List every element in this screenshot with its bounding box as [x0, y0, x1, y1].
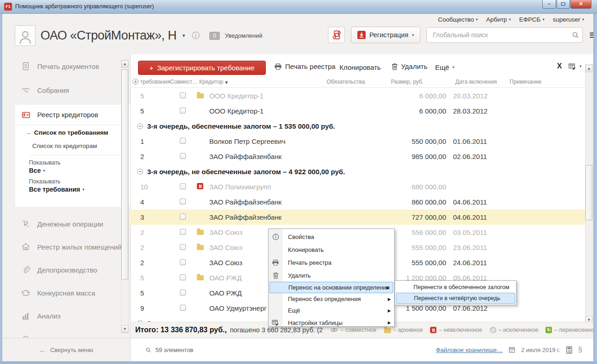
- context-menu-item-delete[interactable]: Удалить: [269, 269, 394, 282]
- sidebar-item-bankruptcy-estate[interactable]: Конкурсная масса: [2, 281, 130, 304]
- column-date[interactable]: Дата включения: [455, 79, 497, 85]
- clone-button[interactable]: Клонировать: [339, 63, 381, 71]
- joint-checkbox[interactable]: [180, 274, 186, 280]
- joint-checkbox[interactable]: [180, 214, 186, 220]
- joint-checkbox[interactable]: [180, 138, 186, 144]
- sidebar-subitem-list-by-creditors[interactable]: Список по кредиторам: [15, 140, 130, 152]
- menu-arbitr[interactable]: Арбитр▾: [486, 16, 511, 23]
- menu-user[interactable]: superuser▾: [553, 16, 584, 23]
- sidebar-item-money-operations[interactable]: Денежные операции: [2, 212, 130, 235]
- registration-button[interactable]: Регистрация ▾: [351, 27, 420, 43]
- joint-checkbox[interactable]: [180, 259, 186, 265]
- joint-checkbox[interactable]: [180, 290, 186, 296]
- delete-button[interactable]: Удалить: [391, 63, 427, 70]
- sidebar-subitem-list-by-claims[interactable]: → Список по требованиям: [15, 127, 130, 138]
- joint-checkbox[interactable]: [180, 183, 186, 189]
- sidebar-item-records-management[interactable]: Делопроизводство: [2, 258, 130, 281]
- global-search-input[interactable]: [426, 27, 583, 43]
- table-row[interactable]: 1 Волков Петр Сергеевич 550 000,00 01.06…: [130, 134, 585, 149]
- company-avatar[interactable]: [15, 25, 35, 46]
- context-menu-item-more[interactable]: Ещё ▶: [269, 305, 394, 316]
- not-included-icon: [430, 327, 436, 333]
- joint-checkbox[interactable]: [180, 199, 186, 205]
- context-menu-item-properties[interactable]: Свойства: [269, 230, 394, 243]
- table-row[interactable]: 5 ООО Кредитор-1 6 000,00 20.03.2012: [130, 88, 585, 103]
- section-sign-icon[interactable]: §: [578, 346, 582, 354]
- table-row[interactable]: 4 ЗАО Райффайзенбанк 860 000,00 04.06.20…: [130, 194, 585, 210]
- company-name[interactable]: ОАО «СтройМонтаж», Н: [40, 28, 177, 43]
- table-row[interactable]: 5 ООО Кредитор-1 6 000,00 28.03.2012: [130, 103, 585, 119]
- joint-checkbox[interactable]: [180, 305, 186, 311]
- submenu-item-transfer-secured[interactable]: Перенести в обеспеченное залогом: [395, 282, 516, 293]
- sync-button[interactable]: [328, 27, 345, 43]
- context-menu-item-print-registry[interactable]: Печать реестра: [269, 256, 394, 269]
- sidebar-item-housing-registry[interactable]: Реестр жилых помещений: [2, 235, 130, 258]
- date-cell: 03.05.2011: [446, 228, 585, 236]
- context-menu-item-transfer-by-ruling[interactable]: Перенос на основании определения ▶: [270, 282, 393, 293]
- collapse-menu-button[interactable]: ← Свернуть меню: [2, 338, 130, 361]
- menu-efrsb[interactable]: ЕФРСБ▾: [519, 16, 545, 23]
- notifications-label[interactable]: Уведомлений: [225, 32, 263, 39]
- table-row[interactable]: 2 ЗАО Райффайзенбанк 985 000,00 02.06.20…: [130, 149, 585, 164]
- column-note[interactable]: Примечание: [510, 79, 541, 85]
- table-settings-button[interactable]: ▾: [568, 63, 581, 70]
- scroll-up-button[interactable]: ▲: [121, 60, 128, 68]
- scrollbar-thumb[interactable]: [586, 165, 592, 220]
- expand-all-icon[interactable]: [132, 79, 138, 85]
- column-creditor[interactable]: Кредитор▼: [199, 79, 228, 85]
- joint-checkbox[interactable]: [180, 244, 186, 250]
- joint-checkbox[interactable]: [180, 108, 186, 114]
- sidebar-item-creditors-registry[interactable]: Реестр кредиторов: [15, 105, 130, 125]
- more-button[interactable]: Ещё ▾: [435, 63, 454, 71]
- collapse-group-icon[interactable]: [137, 123, 143, 129]
- file-storage-link[interactable]: Файловое хранилище…: [436, 347, 503, 353]
- excel-export-icon[interactable]: X: [557, 62, 562, 70]
- menu-community[interactable]: Сообщество▾: [438, 16, 478, 23]
- submenu-arrow-icon: ▶: [388, 297, 391, 301]
- claims-count-cell: 9: [130, 304, 176, 312]
- context-menu-item-table-settings[interactable]: Настройки таблицы ▶: [269, 316, 394, 329]
- sidebar-item-print-documents[interactable]: Печать документов: [2, 54, 130, 78]
- column-claims[interactable]: требования: [140, 79, 170, 85]
- column-obligations[interactable]: Обязательства: [327, 79, 365, 85]
- print-registry-button[interactable]: Печать реестра: [274, 63, 335, 70]
- table-row[interactable]: 10 ЗАО Полихимгрупп 680 000,00: [130, 179, 585, 194]
- collapse-group-icon[interactable]: [137, 169, 143, 175]
- context-menu-item-transfer-without-ruling[interactable]: Перенос без определения ▶: [269, 293, 394, 305]
- joint-checkbox[interactable]: [180, 229, 186, 235]
- filter-value-all-claims[interactable]: Все требования▾: [29, 186, 130, 193]
- context-menu-item-clone[interactable]: Клонировать: [269, 243, 394, 256]
- creditor-name: ЗАО Полихимгрупп: [208, 183, 367, 191]
- filter-value-all[interactable]: Все▾: [29, 167, 130, 174]
- register-claim-button[interactable]: + Зарегистрировать требование: [138, 61, 266, 75]
- scroll-down-button[interactable]: ▼: [121, 325, 128, 333]
- column-amount[interactable]: Размер, руб.: [391, 79, 424, 85]
- joint-checkbox[interactable]: [180, 92, 186, 98]
- joint-checkbox[interactable]: [180, 153, 186, 159]
- sidebar-scrollbar[interactable]: ▲ ▼: [121, 60, 129, 333]
- sidebar-item-meetings[interactable]: Собрания: [2, 78, 130, 102]
- calculator-icon[interactable]: [566, 346, 572, 354]
- maximize-button[interactable]: [557, 0, 570, 9]
- submenu-item-transfer-fourth-queue[interactable]: Перенести в четвёртую очередь: [396, 293, 515, 304]
- group-header-row[interactable]: 3-я очередь, не обеспеченные залогом – 4…: [130, 164, 585, 179]
- table-scrollbar[interactable]: ▲ ▼: [585, 64, 593, 324]
- amount-cell: 550 000,00: [367, 137, 446, 145]
- close-button[interactable]: ×: [570, 0, 591, 9]
- creditor-name: ЗАО Райффайзенбанк: [208, 198, 367, 206]
- chevron-down-icon[interactable]: ▾: [183, 33, 185, 39]
- info-icon[interactable]: ⓘ: [192, 30, 200, 41]
- title-bar[interactable]: F1 Помощник арбитражного управляющего (s…: [0, 0, 597, 14]
- selected-table-row[interactable]: 3 ЗАО Райффайзенбанк 727 000,00 04.06.20…: [130, 210, 585, 225]
- menu-icon[interactable]: ≡: [589, 27, 593, 43]
- sidebar-item-partial[interactable]: [2, 327, 130, 338]
- search-icon[interactable]: [572, 31, 579, 39]
- scrollbar-thumb[interactable]: [121, 69, 128, 279]
- date-cell: 24.06.2011: [446, 259, 585, 267]
- scroll-up-button[interactable]: ▲: [586, 65, 592, 72]
- column-joint[interactable]: Совмест…: [170, 79, 198, 85]
- divider: [29, 155, 120, 155]
- sidebar-item-analysis[interactable]: Анализ: [2, 304, 130, 327]
- group-header-row[interactable]: 3-я очередь, обеспеченные залогом – 1 53…: [130, 119, 585, 134]
- minimize-button[interactable]: –: [542, 0, 556, 9]
